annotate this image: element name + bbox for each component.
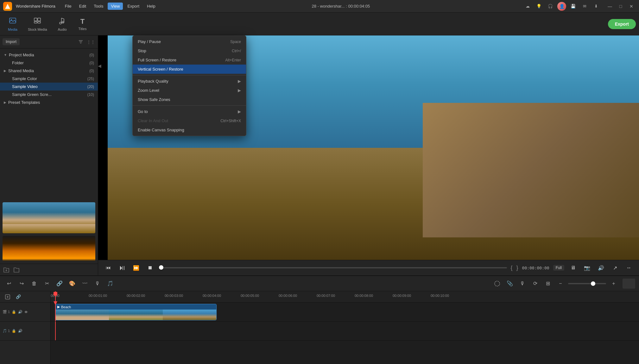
folder-icon[interactable] xyxy=(13,266,20,273)
mark-out-icon[interactable]: } xyxy=(516,265,518,271)
import-button[interactable]: Import xyxy=(3,38,20,45)
shared-media-count: (0) xyxy=(89,69,94,73)
menu-zoom-level[interactable]: Zoom Level ▶ xyxy=(133,86,246,95)
grid-view-icon[interactable]: ⋮⋮ xyxy=(86,37,95,46)
media-thumb-beach[interactable]: Beach xyxy=(3,202,95,233)
cut-button[interactable]: ✂ xyxy=(42,279,52,289)
play-pause-button[interactable]: ⏯ xyxy=(117,263,127,273)
panel-splitter[interactable]: ◀ xyxy=(98,63,101,68)
menu-help[interactable]: Help xyxy=(144,3,159,10)
menu-fullscreen[interactable]: Full Screen / Restore Alt+Enter xyxy=(133,55,246,65)
fit-timeline-icon[interactable]: ⊞ xyxy=(543,279,553,289)
tab-media[interactable]: Media xyxy=(3,15,22,33)
zoom-slider[interactable] xyxy=(568,283,606,284)
add-folder-icon[interactable] xyxy=(3,266,10,273)
playback-quality-arrow: ▶ xyxy=(238,79,241,84)
screenshot-button[interactable]: 📷 xyxy=(582,263,592,273)
menu-view[interactable]: View xyxy=(108,3,123,10)
color-grading-icon[interactable]: 🎨 xyxy=(67,279,77,289)
media-thumb-orange[interactable] xyxy=(3,236,95,261)
cloud-icon[interactable]: ☁ xyxy=(523,2,532,11)
clip-thumbnails xyxy=(55,310,216,320)
audio-lock-icon[interactable]: 🔒 xyxy=(12,329,16,333)
zoom-select[interactable]: Full xyxy=(553,265,564,271)
step-forward-button[interactable]: ⏩ xyxy=(131,263,141,273)
arrow-shared-media: ▶ xyxy=(4,69,6,72)
waveform-icon[interactable]: 〰 xyxy=(80,279,90,289)
minimize-button[interactable]: — xyxy=(605,2,614,11)
filter-icon[interactable] xyxy=(76,37,85,46)
video-clip-beach[interactable]: ▶ Beach xyxy=(55,304,217,320)
volume-track-icon[interactable]: 🔊 xyxy=(18,310,22,314)
fit-screen-icon[interactable]: ↔ xyxy=(624,263,634,273)
tree-item-sample-video[interactable]: Sample Video (20) xyxy=(0,83,98,91)
headphone-icon[interactable]: 🎧 xyxy=(546,2,555,11)
scrubber[interactable] xyxy=(159,267,507,268)
save-icon[interactable]: 💾 xyxy=(569,2,578,11)
mail-icon[interactable]: ✉ xyxy=(580,2,589,11)
music-note-icon[interactable]: 🎵 xyxy=(105,279,115,289)
tab-audio[interactable]: Audio xyxy=(53,15,72,33)
export-frame-icon[interactable]: ↗ xyxy=(610,263,620,273)
undo-button[interactable]: ↩ xyxy=(4,279,14,289)
panel-bottom xyxy=(0,264,98,275)
zoom-in-button[interactable]: + xyxy=(609,279,619,289)
menu-edit[interactable]: Edit xyxy=(76,3,89,10)
link-button[interactable]: 🔗 xyxy=(54,279,65,289)
redo-button[interactable]: ↪ xyxy=(16,279,27,289)
microphone-icon[interactable]: 🎙 xyxy=(92,279,103,289)
close-button[interactable]: ✕ xyxy=(627,2,636,11)
sample-green-label: Sample Green Scre... xyxy=(12,92,52,97)
tree-item-sample-color[interactable]: Sample Color (25) xyxy=(0,75,98,83)
tab-stock-media[interactable]: Stock Media xyxy=(23,15,52,33)
menu-play-pause[interactable]: Play / Pause Space xyxy=(133,37,246,46)
zoom-out-button[interactable]: − xyxy=(555,279,566,289)
volume-icon[interactable]: 🔊 xyxy=(596,263,606,273)
audio-volume-icon[interactable]: 🔊 xyxy=(18,329,22,333)
fullscreen-label: Full Screen / Restore xyxy=(138,58,176,62)
titlebar-right: ☁ 💡 🎧 👤 💾 ✉ ⬇ — □ ✕ xyxy=(523,2,636,11)
menu-go-to[interactable]: Go to ▶ xyxy=(133,107,246,116)
sync-icon[interactable]: ⟳ xyxy=(530,279,540,289)
record-audio-icon[interactable]: 🎙 xyxy=(517,279,528,289)
tree-item-folder[interactable]: Folder (0) xyxy=(0,59,98,67)
menu-playback-quality[interactable]: Playback Quality ▶ xyxy=(133,77,246,86)
delete-button[interactable]: 🗑 xyxy=(29,279,39,289)
timeline-ruler: 00:00 00:00:01:00 00:00:02:00 00:00:03:0… xyxy=(51,291,639,303)
clip-icon[interactable]: 📎 xyxy=(505,279,515,289)
skip-back-button[interactable]: ⏮ xyxy=(103,263,113,273)
tree-item-preset-templates[interactable]: ▶ Preset Templates xyxy=(0,98,98,106)
download-icon[interactable]: ⬇ xyxy=(592,2,600,11)
ruler-2: 00:00:02:00 xyxy=(127,294,145,298)
account-icon[interactable]: 👤 xyxy=(557,2,566,11)
canvas-snapping-label: Enable Canvas Snapping xyxy=(138,128,184,132)
mark-in-icon[interactable]: { xyxy=(511,265,513,271)
menu-vertical-screen[interactable]: Vertical Screen / Restore xyxy=(133,65,246,74)
media-thumb-orange-wrap xyxy=(0,236,98,264)
menu-file[interactable]: File xyxy=(62,3,75,10)
eye-icon[interactable]: 👁 xyxy=(24,310,28,314)
monitor-icon[interactable]: 🖥 xyxy=(568,263,578,273)
lock-icon[interactable]: 🔒 xyxy=(12,310,16,314)
tree-item-project-media[interactable]: ▼ Project Media (0) xyxy=(0,51,98,59)
export-button[interactable]: Export xyxy=(608,19,636,29)
media-label: Media xyxy=(8,28,17,31)
ruler-3: 00:00:03:00 xyxy=(165,294,183,298)
titles-icon: T xyxy=(80,17,85,26)
add-track-button[interactable] xyxy=(3,292,13,302)
stop-button[interactable]: ⏹ xyxy=(145,263,155,273)
menu-show-safe-zones[interactable]: Show Safe Zones xyxy=(133,95,246,104)
tree-item-shared-media[interactable]: ▶ Shared Media (0) xyxy=(0,67,98,75)
motion-icon[interactable] xyxy=(492,279,502,289)
menu-export[interactable]: Export xyxy=(124,3,142,10)
zoom-track[interactable] xyxy=(568,283,606,284)
menu-tools[interactable]: Tools xyxy=(91,3,106,10)
maximize-button[interactable]: □ xyxy=(616,2,625,11)
titlebar: Wondershare Filmora File Edit Tools View… xyxy=(0,0,639,13)
menu-enable-canvas-snapping[interactable]: Enable Canvas Snapping xyxy=(133,125,246,135)
tab-titles[interactable]: T Titles xyxy=(73,16,92,33)
menu-stop[interactable]: Stop Ctrl+/ xyxy=(133,46,246,55)
link-tracks-icon[interactable]: 🔗 xyxy=(14,292,23,301)
lightbulb-icon[interactable]: 💡 xyxy=(535,2,543,11)
tree-item-sample-green[interactable]: Sample Green Scre... (10) xyxy=(0,91,98,98)
